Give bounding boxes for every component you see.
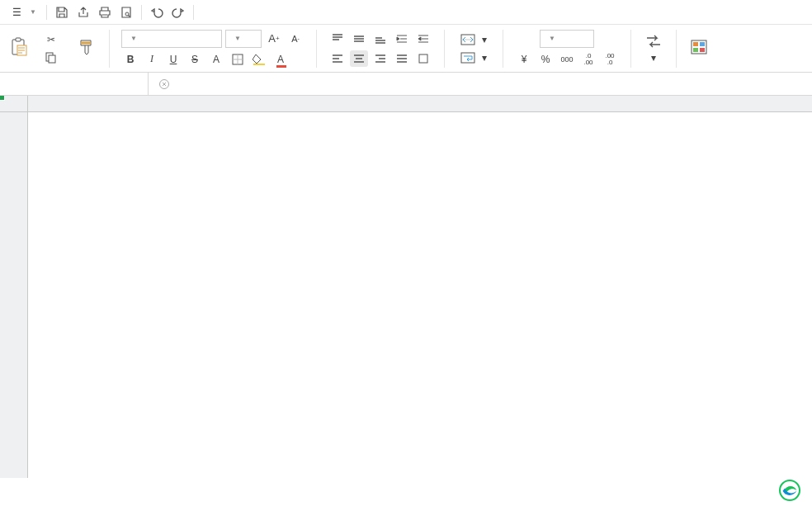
copy-icon — [45, 52, 57, 64]
svg-rect-8 — [419, 54, 427, 63]
svg-rect-14 — [693, 48, 698, 52]
cell-reference-input[interactable] — [41, 78, 107, 90]
underline-icon[interactable]: U — [164, 51, 182, 68]
bold-icon[interactable]: B — [121, 51, 139, 68]
borders-icon[interactable] — [229, 51, 247, 68]
align-top-icon[interactable] — [328, 31, 347, 47]
svg-rect-10 — [461, 53, 474, 63]
file-menu[interactable]: ☰ ▼ — [5, 3, 41, 21]
export-icon[interactable] — [73, 2, 93, 22]
align-left-icon[interactable] — [328, 50, 347, 67]
clipboard-icon — [10, 37, 28, 57]
watermark — [779, 480, 805, 501]
spreadsheet-grid[interactable] — [0, 96, 812, 478]
align-right-icon[interactable] — [371, 50, 389, 67]
save-icon[interactable] — [52, 2, 72, 22]
number-format-combo[interactable]: ▼ — [540, 30, 594, 48]
decrease-decimal-icon[interactable]: .00.0 — [601, 51, 619, 68]
print-icon[interactable] — [95, 2, 115, 22]
wrap-icon — [460, 52, 475, 64]
paste-button[interactable] — [5, 35, 33, 61]
align-justify-icon[interactable] — [393, 50, 411, 67]
name-box[interactable] — [0, 73, 149, 95]
brush-icon — [78, 38, 96, 56]
formula-bar — [0, 73, 812, 96]
orientation-icon[interactable] — [414, 50, 432, 67]
convert-icon — [644, 33, 663, 50]
cells-area[interactable] — [28, 112, 812, 478]
type-convert-button[interactable]: ▾ — [640, 31, 668, 65]
chevron-down-icon: ▼ — [234, 35, 241, 42]
select-all-corner[interactable] — [0, 96, 28, 112]
preview-icon[interactable] — [116, 2, 136, 22]
increase-decimal-icon[interactable]: .0.00 — [579, 51, 597, 68]
row-headers — [0, 112, 28, 478]
conditional-format-button[interactable] — [685, 37, 713, 59]
scissors-icon: ✂ — [47, 34, 55, 45]
font-size-combo[interactable]: ▼ — [225, 30, 262, 48]
top-menubar: ☰ ▼ — [0, 0, 812, 25]
font-color-icon[interactable]: A — [271, 51, 290, 68]
merge-center-button[interactable]: ▾ — [456, 32, 491, 47]
svg-point-0 — [125, 12, 129, 16]
svg-rect-2 — [16, 38, 21, 41]
svg-rect-12 — [693, 42, 698, 46]
chevron-down-icon: ▼ — [30, 8, 36, 16]
svg-rect-13 — [700, 42, 705, 46]
cancel-formula-icon[interactable] — [155, 76, 173, 92]
wrap-text-button[interactable]: ▾ — [456, 50, 491, 65]
ribbon-toolbar: ✂ ▼ ▼ A+ A- B I U S A A — [0, 25, 812, 73]
indent-decrease-icon[interactable] — [393, 31, 411, 47]
font-a-icon[interactable]: A — [207, 51, 225, 68]
align-middle-icon[interactable] — [350, 31, 368, 47]
watermark-logo-icon — [779, 480, 800, 501]
indent-increase-icon[interactable] — [414, 31, 432, 47]
currency-icon[interactable]: ¥ — [515, 51, 533, 68]
fill-color-icon[interactable] — [250, 51, 268, 68]
column-headers — [0, 96, 812, 112]
svg-rect-7 — [253, 64, 265, 65]
svg-rect-5 — [49, 55, 55, 63]
font-name-combo[interactable]: ▼ — [121, 30, 222, 48]
condformat-icon — [690, 39, 708, 55]
increase-font-icon[interactable]: A+ — [265, 31, 283, 47]
redo-icon[interactable] — [168, 2, 188, 22]
align-bottom-icon[interactable] — [371, 31, 389, 47]
align-center-icon[interactable] — [350, 50, 368, 67]
italic-icon[interactable]: I — [143, 51, 161, 68]
hamburger-icon: ☰ — [10, 6, 23, 19]
strike-icon[interactable]: S — [186, 51, 204, 68]
copy-button[interactable] — [41, 50, 64, 65]
merge-icon — [460, 34, 475, 45]
chevron-down-icon: ▼ — [549, 35, 555, 42]
percent-icon[interactable]: % — [536, 51, 555, 68]
format-painter-button[interactable] — [73, 36, 101, 60]
cut-button[interactable]: ✂ — [43, 32, 63, 47]
chevron-down-icon: ▾ — [482, 52, 487, 64]
comma-icon[interactable]: 000 — [558, 51, 576, 68]
chevron-down-icon: ▼ — [130, 35, 137, 42]
svg-rect-15 — [700, 48, 705, 52]
undo-icon[interactable] — [147, 2, 167, 22]
chevron-down-icon: ▾ — [482, 34, 487, 45]
formula-input[interactable] — [183, 73, 812, 95]
decrease-font-icon[interactable]: A- — [286, 31, 304, 47]
